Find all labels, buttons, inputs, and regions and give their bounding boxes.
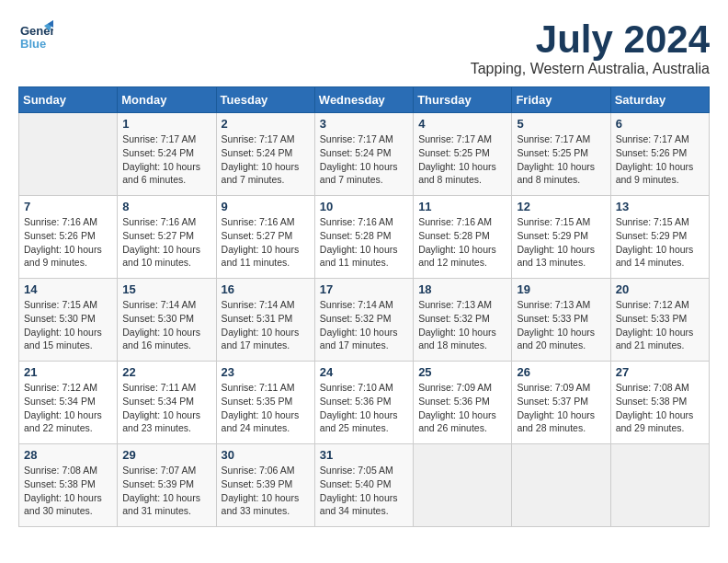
svg-text:Blue: Blue xyxy=(20,37,46,51)
calendar-cell: 21Sunrise: 7:12 AM Sunset: 5:34 PM Dayli… xyxy=(19,362,118,444)
weekday-header-thursday: Thursday xyxy=(414,87,512,113)
calendar-week-row: 28Sunrise: 7:08 AM Sunset: 5:38 PM Dayli… xyxy=(19,444,710,527)
day-info: Sunrise: 7:16 AM Sunset: 5:28 PM Dayligh… xyxy=(418,215,506,270)
day-number: 2 xyxy=(222,117,310,131)
day-info: Sunrise: 7:17 AM Sunset: 5:25 PM Dayligh… xyxy=(517,132,605,187)
calendar-cell: 17Sunrise: 7:14 AM Sunset: 5:32 PM Dayli… xyxy=(314,279,413,362)
day-info: Sunrise: 7:12 AM Sunset: 5:33 PM Dayligh… xyxy=(616,298,704,352)
calendar-cell: 5Sunrise: 7:17 AM Sunset: 5:25 PM Daylig… xyxy=(512,113,610,196)
calendar-cell: 18Sunrise: 7:13 AM Sunset: 5:32 PM Dayli… xyxy=(414,279,512,362)
calendar-cell: 14Sunrise: 7:15 AM Sunset: 5:30 PM Dayli… xyxy=(19,279,118,362)
weekday-header-row: SundayMondayTuesdayWednesdayThursdayFrid… xyxy=(19,87,710,113)
day-info: Sunrise: 7:15 AM Sunset: 5:29 PM Dayligh… xyxy=(616,215,704,270)
day-info: Sunrise: 7:17 AM Sunset: 5:24 PM Dayligh… xyxy=(122,132,210,187)
calendar-cell xyxy=(414,444,512,527)
day-info: Sunrise: 7:14 AM Sunset: 5:32 PM Dayligh… xyxy=(320,298,408,352)
day-number: 9 xyxy=(222,200,310,213)
day-number: 24 xyxy=(320,365,408,379)
day-info: Sunrise: 7:16 AM Sunset: 5:27 PM Dayligh… xyxy=(222,215,310,270)
calendar-week-row: 14Sunrise: 7:15 AM Sunset: 5:30 PM Dayli… xyxy=(19,279,710,362)
day-info: Sunrise: 7:09 AM Sunset: 5:37 PM Dayligh… xyxy=(517,381,605,435)
calendar-cell xyxy=(19,113,118,196)
weekday-header-sunday: Sunday xyxy=(19,87,118,113)
calendar-cell: 6Sunrise: 7:17 AM Sunset: 5:26 PM Daylig… xyxy=(610,113,709,196)
calendar-cell: 3Sunrise: 7:17 AM Sunset: 5:24 PM Daylig… xyxy=(314,113,413,196)
calendar-cell: 10Sunrise: 7:16 AM Sunset: 5:28 PM Dayli… xyxy=(314,196,413,279)
day-number: 1 xyxy=(122,117,210,131)
calendar-cell: 30Sunrise: 7:06 AM Sunset: 5:39 PM Dayli… xyxy=(216,444,314,527)
calendar-cell xyxy=(610,444,709,527)
day-info: Sunrise: 7:16 AM Sunset: 5:27 PM Dayligh… xyxy=(122,215,210,270)
calendar-cell: 7Sunrise: 7:16 AM Sunset: 5:26 PM Daylig… xyxy=(19,196,118,279)
calendar-cell: 28Sunrise: 7:08 AM Sunset: 5:38 PM Dayli… xyxy=(19,444,118,527)
logo-icon: General Blue xyxy=(18,18,53,53)
weekday-header-monday: Monday xyxy=(118,87,216,113)
day-number: 30 xyxy=(222,448,310,462)
day-info: Sunrise: 7:06 AM Sunset: 5:39 PM Dayligh… xyxy=(222,464,310,518)
weekday-header-tuesday: Tuesday xyxy=(216,87,314,113)
day-info: Sunrise: 7:15 AM Sunset: 5:30 PM Dayligh… xyxy=(24,298,112,352)
weekday-header-saturday: Saturday xyxy=(610,87,709,113)
day-number: 5 xyxy=(517,117,605,131)
day-number: 4 xyxy=(418,117,506,131)
day-number: 28 xyxy=(24,448,112,462)
calendar-cell: 27Sunrise: 7:08 AM Sunset: 5:38 PM Dayli… xyxy=(610,362,709,444)
calendar-cell: 22Sunrise: 7:11 AM Sunset: 5:34 PM Dayli… xyxy=(118,362,216,444)
day-number: 22 xyxy=(122,365,210,379)
day-number: 19 xyxy=(517,282,605,296)
weekday-header-wednesday: Wednesday xyxy=(314,87,413,113)
title-block: July 2024 Tapping, Western Australia, Au… xyxy=(471,18,710,77)
day-info: Sunrise: 7:16 AM Sunset: 5:28 PM Dayligh… xyxy=(320,215,408,270)
calendar-cell: 24Sunrise: 7:10 AM Sunset: 5:36 PM Dayli… xyxy=(314,362,413,444)
calendar-cell: 20Sunrise: 7:12 AM Sunset: 5:33 PM Dayli… xyxy=(610,279,709,362)
day-number: 8 xyxy=(122,200,210,213)
calendar-cell: 8Sunrise: 7:16 AM Sunset: 5:27 PM Daylig… xyxy=(118,196,216,279)
calendar-cell xyxy=(512,444,610,527)
day-info: Sunrise: 7:17 AM Sunset: 5:24 PM Dayligh… xyxy=(320,132,408,187)
day-number: 21 xyxy=(24,365,112,379)
day-number: 31 xyxy=(320,448,408,462)
calendar-cell: 1Sunrise: 7:17 AM Sunset: 5:24 PM Daylig… xyxy=(118,113,216,196)
day-info: Sunrise: 7:10 AM Sunset: 5:36 PM Dayligh… xyxy=(320,381,408,435)
calendar-cell: 19Sunrise: 7:13 AM Sunset: 5:33 PM Dayli… xyxy=(512,279,610,362)
day-number: 26 xyxy=(517,365,605,379)
calendar-cell: 9Sunrise: 7:16 AM Sunset: 5:27 PM Daylig… xyxy=(216,196,314,279)
day-number: 27 xyxy=(616,365,704,379)
calendar-week-row: 21Sunrise: 7:12 AM Sunset: 5:34 PM Dayli… xyxy=(19,362,710,444)
day-number: 15 xyxy=(122,282,210,296)
calendar-cell: 13Sunrise: 7:15 AM Sunset: 5:29 PM Dayli… xyxy=(610,196,709,279)
calendar-cell: 16Sunrise: 7:14 AM Sunset: 5:31 PM Dayli… xyxy=(216,279,314,362)
calendar-week-row: 7Sunrise: 7:16 AM Sunset: 5:26 PM Daylig… xyxy=(19,196,710,279)
calendar-cell: 12Sunrise: 7:15 AM Sunset: 5:29 PM Dayli… xyxy=(512,196,610,279)
day-info: Sunrise: 7:17 AM Sunset: 5:24 PM Dayligh… xyxy=(222,132,310,187)
day-number: 14 xyxy=(24,282,112,296)
day-info: Sunrise: 7:05 AM Sunset: 5:40 PM Dayligh… xyxy=(320,464,408,518)
day-number: 29 xyxy=(122,448,210,462)
day-info: Sunrise: 7:13 AM Sunset: 5:32 PM Dayligh… xyxy=(418,298,506,352)
day-info: Sunrise: 7:09 AM Sunset: 5:36 PM Dayligh… xyxy=(418,381,506,435)
day-info: Sunrise: 7:16 AM Sunset: 5:26 PM Dayligh… xyxy=(24,215,112,270)
day-info: Sunrise: 7:12 AM Sunset: 5:34 PM Dayligh… xyxy=(24,381,112,435)
day-info: Sunrise: 7:13 AM Sunset: 5:33 PM Dayligh… xyxy=(517,298,605,352)
calendar-cell: 4Sunrise: 7:17 AM Sunset: 5:25 PM Daylig… xyxy=(414,113,512,196)
day-number: 18 xyxy=(418,282,506,296)
day-info: Sunrise: 7:15 AM Sunset: 5:29 PM Dayligh… xyxy=(517,215,605,270)
calendar-cell: 2Sunrise: 7:17 AM Sunset: 5:24 PM Daylig… xyxy=(216,113,314,196)
calendar-cell: 29Sunrise: 7:07 AM Sunset: 5:39 PM Dayli… xyxy=(118,444,216,527)
calendar-cell: 11Sunrise: 7:16 AM Sunset: 5:28 PM Dayli… xyxy=(414,196,512,279)
calendar-cell: 26Sunrise: 7:09 AM Sunset: 5:37 PM Dayli… xyxy=(512,362,610,444)
day-info: Sunrise: 7:08 AM Sunset: 5:38 PM Dayligh… xyxy=(24,464,112,518)
day-number: 10 xyxy=(320,200,408,213)
calendar-cell: 15Sunrise: 7:14 AM Sunset: 5:30 PM Dayli… xyxy=(118,279,216,362)
day-info: Sunrise: 7:14 AM Sunset: 5:30 PM Dayligh… xyxy=(122,298,210,352)
day-number: 3 xyxy=(320,117,408,131)
day-number: 20 xyxy=(616,282,704,296)
weekday-header-friday: Friday xyxy=(512,87,610,113)
day-number: 25 xyxy=(418,365,506,379)
day-number: 6 xyxy=(616,117,704,131)
calendar-cell: 25Sunrise: 7:09 AM Sunset: 5:36 PM Dayli… xyxy=(414,362,512,444)
day-number: 12 xyxy=(517,200,605,213)
location-title: Tapping, Western Australia, Australia xyxy=(471,61,710,77)
calendar-table: SundayMondayTuesdayWednesdayThursdayFrid… xyxy=(18,86,710,527)
calendar-cell: 31Sunrise: 7:05 AM Sunset: 5:40 PM Dayli… xyxy=(314,444,413,527)
